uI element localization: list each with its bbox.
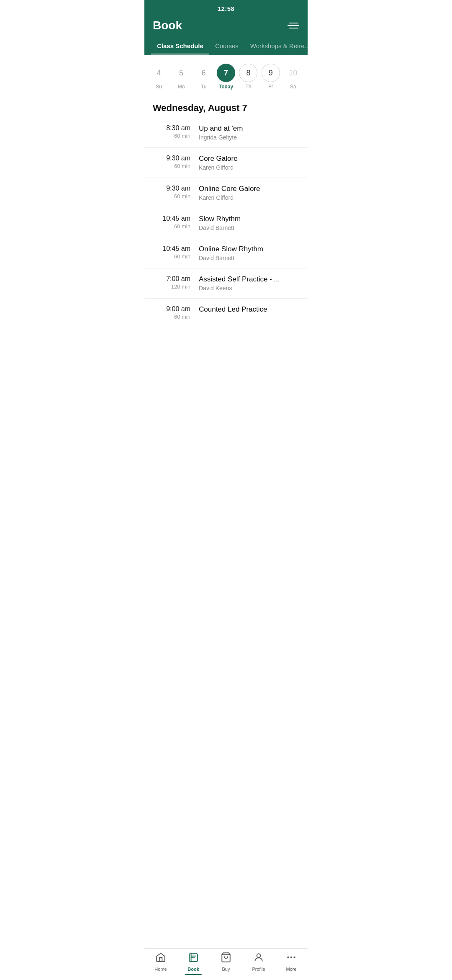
date-label-4: Su (156, 84, 162, 90)
date-label-5: Mo (178, 84, 185, 90)
class-time-1: 9:30 am 60 min (153, 155, 199, 169)
date-label-9: Fr (268, 84, 273, 90)
class-item-3[interactable]: 10:45 am 60 min Slow Rhythm David Barnet… (144, 208, 308, 238)
status-bar: 12:58 (144, 0, 308, 15)
class-info-1: Core Galore Karen Gifford (199, 155, 299, 171)
date-item-5[interactable]: 5 Mo (170, 64, 192, 90)
date-number-9: 9 (262, 64, 280, 82)
class-item-6[interactable]: 9:00 am 60 min Counted Led Practice (144, 299, 308, 327)
tab-courses[interactable]: Courses (209, 38, 244, 54)
date-picker: 4 Su 5 Mo 6 Tu 7 Today 8 Th 9 Fr 10 Sa (144, 55, 308, 94)
date-item-6[interactable]: 6 Tu (193, 64, 215, 90)
class-info-2: Online Core Galore Karen Gifford (199, 185, 299, 201)
status-time: 12:58 (218, 5, 235, 12)
date-item-9[interactable]: 9 Fr (260, 64, 282, 90)
tab-workshops[interactable]: Workshops & Retre... (244, 38, 308, 54)
class-time-5: 7:00 am 120 min (153, 275, 199, 290)
class-info-3: Slow Rhythm David Barnett (199, 215, 299, 231)
date-label-10: Sa (290, 84, 296, 90)
date-number-8: 8 (239, 64, 257, 82)
date-number-7: 7 (217, 64, 235, 82)
class-info-6: Counted Led Practice (199, 305, 299, 315)
class-time-0: 8:30 am 60 min (153, 124, 199, 139)
tab-bar: Class Schedule Courses Workshops & Retre… (144, 38, 308, 55)
class-info-4: Online Slow Rhythm David Barnett (199, 245, 299, 261)
class-list: 8:30 am 60 min Up and at 'em Ingrida Gel… (144, 118, 308, 361)
date-number-6: 6 (195, 64, 213, 82)
date-item-8[interactable]: 8 Th (237, 64, 259, 90)
class-info-5: Assisted Self Practice - ... David Keens (199, 275, 299, 291)
date-item-7[interactable]: 7 Today (215, 64, 237, 90)
date-heading: Wednesday, August 7 (144, 94, 308, 118)
date-number-10: 10 (284, 64, 302, 82)
class-item-0[interactable]: 8:30 am 60 min Up and at 'em Ingrida Gel… (144, 118, 308, 148)
class-time-6: 9:00 am 60 min (153, 305, 199, 320)
class-item-5[interactable]: 7:00 am 120 min Assisted Self Practice -… (144, 268, 308, 299)
class-time-3: 10:45 am 60 min (153, 215, 199, 230)
class-item-4[interactable]: 10:45 am 60 min Online Slow Rhythm David… (144, 238, 308, 268)
class-item-2[interactable]: 9:30 am 60 min Online Core Galore Karen … (144, 178, 308, 208)
tab-class-schedule[interactable]: Class Schedule (151, 38, 209, 54)
class-time-2: 9:30 am 60 min (153, 185, 199, 199)
filter-button[interactable] (288, 23, 299, 34)
date-label-8: Th (245, 84, 251, 90)
date-label-7-today: Today (219, 84, 233, 90)
header: Book (144, 15, 308, 38)
date-number-4: 4 (150, 64, 168, 82)
class-item-1[interactable]: 9:30 am 60 min Core Galore Karen Gifford (144, 148, 308, 178)
date-item-10[interactable]: 10 Sa (282, 64, 304, 90)
date-label-6: Tu (201, 84, 207, 90)
date-number-5: 5 (172, 64, 190, 82)
class-info-0: Up and at 'em Ingrida Geltyte (199, 124, 299, 141)
page-title: Book (153, 19, 182, 38)
class-time-4: 10:45 am 60 min (153, 245, 199, 260)
date-item-4[interactable]: 4 Su (148, 64, 170, 90)
